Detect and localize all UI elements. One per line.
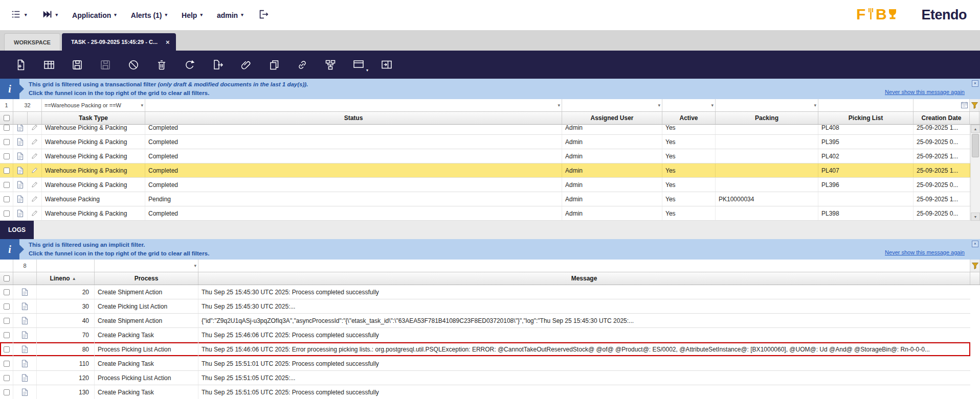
cell-picking-list[interactable]: PL398: [818, 206, 914, 220]
menu-alerts[interactable]: Alerts (1) ▾: [131, 11, 167, 19]
cell-message[interactable]: Thu Sep 25 15:46:06 UTC 2025: Error proc…: [198, 342, 970, 356]
cell-task-type[interactable]: Warehouse Picking & Packing: [42, 206, 145, 220]
cell-creation-date[interactable]: 25-09-2025 1...: [914, 149, 970, 163]
scrollbar-thumb[interactable]: [972, 134, 979, 157]
cell-lineno[interactable]: 40: [37, 314, 95, 327]
task-row[interactable]: Warehouse Picking & Packing Completed Ad…: [0, 125, 970, 135]
view-menu-button[interactable]: ▾: [10, 9, 27, 21]
document-icon[interactable]: [13, 314, 37, 327]
chevron-down-icon[interactable]: ▾: [558, 103, 562, 108]
header-creation-date[interactable]: Creation Date: [914, 112, 970, 124]
document-icon[interactable]: [13, 178, 28, 192]
row-checkbox[interactable]: [4, 375, 10, 381]
tab-task-active[interactable]: TASK - 25-09-2025 15:45:29 - C... ×: [62, 33, 176, 51]
row-checkbox[interactable]: [4, 210, 10, 217]
header-active[interactable]: Active: [662, 112, 716, 124]
document-icon[interactable]: [13, 357, 37, 370]
edit-icon[interactable]: [28, 135, 42, 149]
cell-task-type[interactable]: Warehouse Picking & Packing: [42, 149, 145, 163]
select-all-checkbox-cell[interactable]: [0, 112, 13, 124]
cell-lineno[interactable]: 70: [37, 328, 95, 342]
document-icon[interactable]: [13, 385, 37, 399]
menu-user[interactable]: admin ▾: [217, 11, 243, 19]
window-view-button[interactable]: ▾: [350, 56, 367, 74]
cell-lineno[interactable]: 20: [37, 285, 95, 299]
cell-process[interactable]: Create Packing Task: [95, 385, 198, 399]
log-row[interactable]: 70 Create Packing Task Thu Sep 25 15:46:…: [0, 328, 970, 342]
document-icon[interactable]: [13, 125, 28, 134]
cell-packing[interactable]: [716, 163, 818, 177]
header-assigned-user[interactable]: Assigned User: [562, 112, 662, 124]
cell-packing[interactable]: [716, 135, 818, 149]
cell-assigned-user[interactable]: Admin: [562, 178, 662, 192]
task-row[interactable]: Warehouse Picking & Packing Completed Ad…: [0, 135, 970, 149]
header-task-type[interactable]: Task Type: [42, 112, 145, 124]
cell-message[interactable]: Thu Sep 25 15:45:30 UTC 2025:...: [198, 299, 970, 313]
row-checkbox[interactable]: [4, 332, 10, 338]
cell-status[interactable]: Completed: [145, 149, 562, 163]
log-row-error-selected[interactable]: 80 Process Picking List Action Thu Sep 2…: [0, 342, 970, 357]
save-button[interactable]: [69, 56, 86, 74]
task-row[interactable]: Warehouse Picking & Packing Completed Ad…: [0, 149, 970, 163]
select-all-checkbox[interactable]: [4, 115, 10, 121]
export-button[interactable]: [209, 56, 227, 74]
cell-process[interactable]: Create Shipment Action: [95, 314, 198, 327]
cell-packing[interactable]: [716, 178, 818, 192]
row-checkbox[interactable]: [4, 318, 10, 324]
log-row[interactable]: 30 Create Picking List Action Thu Sep 25…: [0, 299, 970, 314]
log-row[interactable]: 130 Create Packing Task Thu Sep 25 15:51…: [0, 385, 970, 399]
select-all-checkbox[interactable]: [4, 275, 10, 281]
tree-button[interactable]: [322, 56, 339, 74]
close-icon[interactable]: ×: [972, 80, 978, 87]
cell-status[interactable]: Completed: [145, 135, 562, 149]
clear-filters-funnel-button[interactable]: [970, 260, 980, 272]
cell-active[interactable]: Yes: [662, 149, 716, 163]
clear-filters-funnel-button[interactable]: [970, 99, 979, 111]
document-icon[interactable]: [13, 299, 37, 313]
log-row[interactable]: 110 Create Packing Task Thu Sep 25 15:51…: [0, 357, 970, 371]
cell-status[interactable]: Completed: [145, 163, 562, 177]
cell-packing[interactable]: [716, 206, 818, 220]
document-icon[interactable]: [13, 328, 37, 342]
cell-task-type[interactable]: Warehouse Picking & Packing: [42, 178, 145, 192]
cell-active[interactable]: Yes: [662, 135, 716, 149]
cell-picking-list[interactable]: PL402: [818, 149, 914, 163]
row-checkbox[interactable]: [4, 168, 10, 174]
row-checkbox[interactable]: [4, 125, 10, 131]
lineno-filter-input[interactable]: [37, 260, 95, 272]
chevron-down-icon[interactable]: ▾: [141, 103, 145, 108]
cell-creation-date[interactable]: 25-09-2025 1...: [914, 163, 970, 177]
vertical-scrollbar[interactable]: ▲ ▼: [970, 125, 980, 221]
row-checkbox[interactable]: [4, 139, 10, 145]
edit-icon[interactable]: [28, 206, 42, 220]
cell-task-type[interactable]: Warehouse Packing: [42, 192, 145, 206]
header-packing[interactable]: Packing: [716, 112, 818, 124]
fast-forward-icon[interactable]: [41, 9, 53, 21]
header-status[interactable]: Status: [145, 112, 562, 124]
cell-active[interactable]: Yes: [662, 178, 716, 192]
cell-active[interactable]: Yes: [662, 192, 716, 206]
scroll-down-arrow[interactable]: ▼: [971, 213, 980, 221]
cell-creation-date[interactable]: 25-09-2025 1...: [914, 125, 970, 134]
document-icon[interactable]: [13, 206, 28, 220]
close-icon[interactable]: ×: [972, 241, 978, 247]
cell-picking-list[interactable]: PL396: [818, 178, 914, 192]
cell-message[interactable]: Thu Sep 25 15:45:30 UTC 2025: Process co…: [198, 285, 970, 299]
cell-task-type[interactable]: Warehouse Picking & Packing: [42, 125, 145, 134]
edit-icon[interactable]: [28, 149, 42, 163]
cell-process[interactable]: Create Packing Task: [95, 328, 198, 342]
close-icon[interactable]: ×: [166, 38, 170, 46]
never-show-again-link[interactable]: Never show this message again: [885, 249, 965, 255]
edit-icon[interactable]: [28, 125, 42, 134]
task-row[interactable]: Warehouse Picking & Packing Completed Ad…: [0, 178, 970, 192]
cell-assigned-user[interactable]: Admin: [562, 149, 662, 163]
undo-button[interactable]: [125, 56, 142, 74]
logout-button[interactable]: [258, 9, 269, 21]
cell-message[interactable]: Thu Sep 25 15:46:06 UTC 2025: Process co…: [198, 328, 970, 342]
task-row[interactable]: Warehouse Picking & Packing Completed Ad…: [0, 206, 970, 221]
cell-creation-date[interactable]: 25-09-2025 0...: [914, 135, 970, 149]
document-icon[interactable]: [13, 135, 28, 149]
new-in-grid-button[interactable]: [40, 56, 58, 74]
cell-picking-list[interactable]: PL407: [818, 163, 914, 177]
refresh-button[interactable]: [181, 56, 198, 74]
